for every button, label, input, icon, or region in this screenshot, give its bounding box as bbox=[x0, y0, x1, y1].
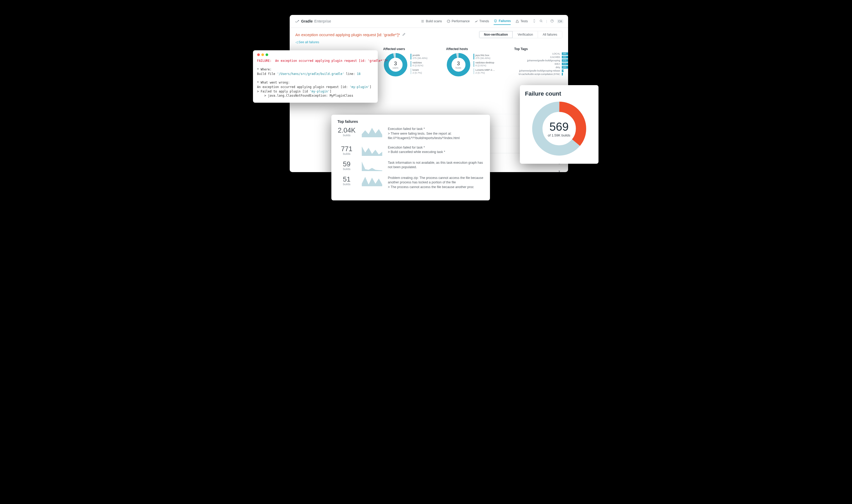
terminal-line: > Failed to apply plugin [id 'my-plugin'… bbox=[257, 89, 373, 94]
legend-item: Lorants-MBP-2....2 (0.7%) bbox=[473, 68, 495, 74]
top-tags: Top Tags LOCAL285CACHED283jjohannes/grad… bbox=[514, 47, 568, 77]
gradle-logo-icon bbox=[294, 18, 300, 24]
terminal-card: FAILURE: An exception occurred applying … bbox=[253, 50, 378, 103]
edit-icon[interactable] bbox=[402, 33, 406, 37]
brand-suffix: Enterprise bbox=[314, 19, 331, 23]
tab-verification[interactable]: Verification bbox=[512, 31, 538, 38]
failure-donut: 569 of 1.59K builds bbox=[531, 100, 588, 158]
affected-users: Affected users 3users jendrik275 (96.49%… bbox=[383, 47, 436, 77]
legend-item: lorant2 (0.7%) bbox=[411, 68, 428, 74]
tag-row: jjohannes/gradle-build/grouping273 bbox=[514, 59, 568, 62]
tab-all-failures[interactable]: All failures bbox=[538, 31, 562, 38]
legend-item: jays.fritz.box275 (96.49%) bbox=[473, 54, 495, 59]
users-donut: 3users bbox=[383, 52, 408, 77]
nav-build-scans[interactable]: Build scans bbox=[421, 18, 442, 25]
sparkline-icon bbox=[362, 127, 382, 137]
tag-row: ld-cache/kotlin-script-compilation,SYNC2 bbox=[514, 73, 568, 75]
failure-row[interactable]: 771buildsExecution failed for task *> Bu… bbox=[338, 145, 484, 156]
hosts-donut: 3hosts bbox=[446, 52, 471, 77]
svg-point-2 bbox=[540, 20, 542, 21]
sparkline-icon bbox=[362, 161, 382, 171]
close-icon[interactable] bbox=[257, 53, 260, 56]
metric-title: Top Tags bbox=[514, 47, 568, 51]
table-cell: x bbox=[559, 169, 560, 172]
tag-row: CACHED283 bbox=[514, 56, 568, 58]
sort-icon[interactable] bbox=[533, 19, 536, 23]
terminal-line: Build file '/Users/hans/src/gradle/build… bbox=[257, 72, 373, 76]
user-avatar[interactable]: CA bbox=[557, 19, 563, 23]
maximize-icon[interactable] bbox=[265, 53, 268, 56]
help-icon[interactable] bbox=[550, 19, 554, 23]
card-title: Top failures bbox=[338, 120, 484, 124]
legend-item: jendrik275 (96.49%) bbox=[411, 54, 428, 59]
hosts-legend: jays.fritz.box275 (96.49%)vaidotas-deskt… bbox=[473, 54, 495, 76]
failure-count-card: Failure count 569 of 1.59K builds bbox=[520, 85, 598, 164]
affected-hosts: Affected hosts 3hosts jays.fritz.box275 … bbox=[446, 47, 504, 77]
tag-row: IDEA213 bbox=[514, 62, 568, 65]
svg-point-0 bbox=[298, 20, 299, 21]
terminal-line: An exception occurred applying plugin re… bbox=[257, 85, 373, 89]
terminal-line: FAILURE: An exception occurred applying … bbox=[257, 59, 373, 63]
terminal-line: * What went wrong: bbox=[257, 80, 373, 85]
search-icon[interactable] bbox=[539, 19, 543, 23]
sparkline-icon bbox=[362, 145, 382, 156]
failure-filter-tabs: Non-verificationVerificationAll failures bbox=[479, 31, 562, 38]
tag-row: LOCAL285 bbox=[514, 52, 568, 55]
nav-utilities: | CA bbox=[533, 19, 563, 23]
nav-trends[interactable]: Trends bbox=[474, 18, 489, 25]
legend-item: vaidotas-desktop8 (2.81%) bbox=[473, 61, 495, 67]
subheader: An exception occurred applying plugin re… bbox=[290, 28, 568, 40]
metric-title: Affected hosts bbox=[446, 47, 504, 51]
nav-failures[interactable]: Failures bbox=[494, 18, 511, 25]
tab-non-verification[interactable]: Non-verification bbox=[479, 31, 512, 38]
tag-row: dirty183 bbox=[514, 66, 568, 69]
users-legend: jendrik275 (96.49%)vaidotas8 (2.81%)lora… bbox=[411, 54, 428, 76]
failure-row[interactable]: 2.04KbuildsExecution failed for task *> … bbox=[338, 127, 484, 141]
nav-performance[interactable]: Performance bbox=[447, 18, 470, 25]
window-controls bbox=[257, 53, 373, 56]
brand: Gradle Enterprise bbox=[294, 18, 331, 24]
exception-title: An exception occurred applying plugin re… bbox=[295, 33, 406, 37]
sparkline-icon bbox=[362, 176, 382, 186]
nav-tests[interactable]: Tests bbox=[516, 18, 528, 25]
see-all-failures-link[interactable]: ◁ See all failures bbox=[295, 40, 319, 44]
card-title: Failure count bbox=[525, 90, 593, 97]
terminal-line: * Where: bbox=[257, 67, 373, 72]
legend-item: vaidotas8 (2.81%) bbox=[411, 61, 428, 67]
terminal-line: > java.lang.ClassNotFoundException: MyPl… bbox=[257, 93, 373, 98]
window-toolbar: Gradle Enterprise Build scansPerformance… bbox=[290, 15, 568, 28]
failure-row[interactable]: 51buildsProblem creating zip: The proces… bbox=[338, 176, 484, 190]
metric-title: Affected users bbox=[383, 47, 436, 51]
brand-name: Gradle bbox=[301, 19, 313, 23]
failure-row[interactable]: 59buildsTask information is not availabl… bbox=[338, 161, 484, 171]
minimize-icon[interactable] bbox=[261, 53, 264, 56]
tag-row: jjohannes/gradle-build/grouping-rebase8 bbox=[514, 69, 568, 72]
top-nav: Build scansPerformanceTrendsFailuresTest… bbox=[421, 18, 563, 25]
terminal-line bbox=[257, 63, 373, 68]
top-failures-card: Top failures 2.04KbuildsExecution failed… bbox=[331, 115, 490, 200]
terminal-line bbox=[257, 76, 373, 81]
